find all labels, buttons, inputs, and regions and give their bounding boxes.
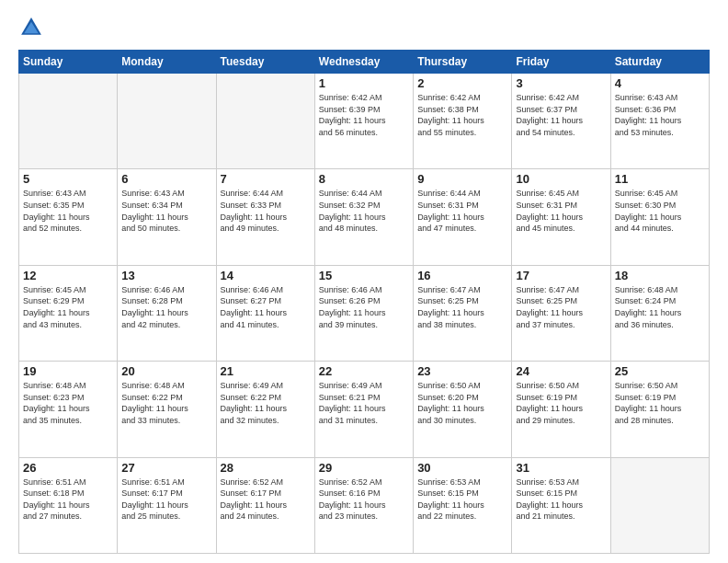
day-info: Sunrise: 6:43 AM Sunset: 6:35 PM Dayligh… — [23, 188, 113, 234]
day-info: Sunrise: 6:53 AM Sunset: 6:15 PM Dayligh… — [417, 477, 507, 523]
day-number: 10 — [516, 172, 606, 186]
day-info: Sunrise: 6:46 AM Sunset: 6:27 PM Dayligh… — [221, 284, 311, 330]
logo-icon — [18, 15, 44, 40]
day-number: 5 — [23, 172, 113, 186]
day-number: 3 — [516, 76, 606, 90]
day-number: 24 — [516, 364, 606, 378]
calendar-cell — [19, 74, 118, 169]
calendar-cell: 12Sunrise: 6:45 AM Sunset: 6:29 PM Dayli… — [19, 265, 118, 361]
day-number: 4 — [615, 76, 705, 90]
day-number: 6 — [121, 172, 211, 186]
calendar-cell: 8Sunrise: 6:44 AM Sunset: 6:32 PM Daylig… — [314, 169, 413, 265]
day-number: 11 — [615, 172, 705, 186]
calendar-cell: 25Sunrise: 6:50 AM Sunset: 6:19 PM Dayli… — [610, 362, 709, 457]
day-info: Sunrise: 6:45 AM Sunset: 6:29 PM Dayligh… — [23, 284, 113, 330]
calendar-header-wednesday: Wednesday — [314, 51, 413, 74]
day-number: 7 — [221, 172, 311, 186]
day-info: Sunrise: 6:44 AM Sunset: 6:32 PM Dayligh… — [319, 188, 409, 234]
calendar-week-2: 12Sunrise: 6:45 AM Sunset: 6:29 PM Dayli… — [19, 265, 710, 361]
day-number: 28 — [221, 461, 311, 475]
day-number: 13 — [121, 269, 211, 282]
calendar-cell: 15Sunrise: 6:46 AM Sunset: 6:26 PM Dayli… — [314, 265, 413, 361]
calendar-cell: 23Sunrise: 6:50 AM Sunset: 6:20 PM Dayli… — [414, 362, 512, 457]
day-info: Sunrise: 6:47 AM Sunset: 6:25 PM Dayligh… — [516, 284, 606, 330]
calendar-cell: 10Sunrise: 6:45 AM Sunset: 6:31 PM Dayli… — [512, 169, 610, 265]
calendar-cell: 29Sunrise: 6:52 AM Sunset: 6:16 PM Dayli… — [314, 457, 413, 553]
day-info: Sunrise: 6:52 AM Sunset: 6:17 PM Dayligh… — [221, 477, 311, 523]
calendar-cell: 9Sunrise: 6:44 AM Sunset: 6:31 PM Daylig… — [414, 169, 512, 265]
calendar-header-sunday: Sunday — [19, 51, 118, 74]
calendar-cell: 18Sunrise: 6:48 AM Sunset: 6:24 PM Dayli… — [610, 265, 709, 361]
day-number: 21 — [221, 364, 311, 378]
day-info: Sunrise: 6:50 AM Sunset: 6:19 PM Dayligh… — [615, 380, 705, 426]
calendar-cell — [610, 457, 709, 553]
day-info: Sunrise: 6:50 AM Sunset: 6:20 PM Dayligh… — [417, 380, 507, 426]
day-number: 27 — [121, 461, 211, 475]
calendar-cell: 2Sunrise: 6:42 AM Sunset: 6:38 PM Daylig… — [414, 74, 512, 169]
day-info: Sunrise: 6:51 AM Sunset: 6:18 PM Dayligh… — [23, 477, 113, 523]
calendar-cell: 7Sunrise: 6:44 AM Sunset: 6:33 PM Daylig… — [216, 169, 314, 265]
day-number: 1 — [319, 76, 409, 90]
calendar-cell: 16Sunrise: 6:47 AM Sunset: 6:25 PM Dayli… — [414, 265, 512, 361]
calendar-cell: 27Sunrise: 6:51 AM Sunset: 6:17 PM Dayli… — [118, 457, 216, 553]
day-number: 29 — [319, 461, 409, 475]
day-info: Sunrise: 6:53 AM Sunset: 6:15 PM Dayligh… — [516, 477, 606, 523]
day-number: 23 — [417, 364, 507, 378]
calendar-week-1: 5Sunrise: 6:43 AM Sunset: 6:35 PM Daylig… — [19, 169, 710, 265]
day-number: 14 — [221, 269, 311, 282]
calendar-cell: 5Sunrise: 6:43 AM Sunset: 6:35 PM Daylig… — [19, 169, 118, 265]
day-number: 9 — [417, 172, 507, 186]
day-info: Sunrise: 6:52 AM Sunset: 6:16 PM Dayligh… — [319, 477, 409, 523]
day-info: Sunrise: 6:47 AM Sunset: 6:25 PM Dayligh… — [417, 284, 507, 330]
calendar-header-friday: Friday — [512, 51, 610, 74]
day-number: 20 — [121, 364, 211, 378]
calendar-cell: 11Sunrise: 6:45 AM Sunset: 6:30 PM Dayli… — [610, 169, 709, 265]
day-info: Sunrise: 6:43 AM Sunset: 6:36 PM Dayligh… — [615, 92, 705, 138]
calendar-cell: 26Sunrise: 6:51 AM Sunset: 6:18 PM Dayli… — [19, 457, 118, 553]
calendar-cell: 30Sunrise: 6:53 AM Sunset: 6:15 PM Dayli… — [414, 457, 512, 553]
calendar-header-saturday: Saturday — [610, 51, 709, 74]
calendar-cell: 20Sunrise: 6:48 AM Sunset: 6:22 PM Dayli… — [118, 362, 216, 457]
day-info: Sunrise: 6:46 AM Sunset: 6:28 PM Dayligh… — [121, 284, 211, 330]
header — [18, 15, 710, 40]
day-info: Sunrise: 6:50 AM Sunset: 6:19 PM Dayligh… — [516, 380, 606, 426]
day-number: 17 — [516, 269, 606, 282]
page: SundayMondayTuesdayWednesdayThursdayFrid… — [0, 0, 728, 563]
calendar-cell: 28Sunrise: 6:52 AM Sunset: 6:17 PM Dayli… — [216, 457, 314, 553]
calendar-cell: 17Sunrise: 6:47 AM Sunset: 6:25 PM Dayli… — [512, 265, 610, 361]
calendar-cell: 21Sunrise: 6:49 AM Sunset: 6:22 PM Dayli… — [216, 362, 314, 457]
day-info: Sunrise: 6:42 AM Sunset: 6:38 PM Dayligh… — [417, 92, 507, 138]
calendar-header-tuesday: Tuesday — [216, 51, 314, 74]
day-number: 26 — [23, 461, 113, 475]
calendar-cell — [216, 74, 314, 169]
day-number: 31 — [516, 461, 606, 475]
calendar-cell: 31Sunrise: 6:53 AM Sunset: 6:15 PM Dayli… — [512, 457, 610, 553]
calendar-cell: 13Sunrise: 6:46 AM Sunset: 6:28 PM Dayli… — [118, 265, 216, 361]
day-info: Sunrise: 6:42 AM Sunset: 6:37 PM Dayligh… — [516, 92, 606, 138]
day-number: 19 — [23, 364, 113, 378]
calendar-cell: 1Sunrise: 6:42 AM Sunset: 6:39 PM Daylig… — [314, 74, 413, 169]
day-number: 2 — [417, 76, 507, 90]
day-number: 8 — [319, 172, 409, 186]
calendar-header-monday: Monday — [118, 51, 216, 74]
day-info: Sunrise: 6:42 AM Sunset: 6:39 PM Dayligh… — [319, 92, 409, 138]
calendar-cell: 22Sunrise: 6:49 AM Sunset: 6:21 PM Dayli… — [314, 362, 413, 457]
day-number: 25 — [615, 364, 705, 378]
calendar-cell: 24Sunrise: 6:50 AM Sunset: 6:19 PM Dayli… — [512, 362, 610, 457]
calendar-cell: 14Sunrise: 6:46 AM Sunset: 6:27 PM Dayli… — [216, 265, 314, 361]
day-info: Sunrise: 6:48 AM Sunset: 6:24 PM Dayligh… — [615, 284, 705, 330]
day-info: Sunrise: 6:43 AM Sunset: 6:34 PM Dayligh… — [121, 188, 211, 234]
calendar-week-4: 26Sunrise: 6:51 AM Sunset: 6:18 PM Dayli… — [19, 457, 710, 553]
calendar: SundayMondayTuesdayWednesdayThursdayFrid… — [18, 50, 710, 554]
calendar-cell — [118, 74, 216, 169]
day-info: Sunrise: 6:44 AM Sunset: 6:31 PM Dayligh… — [417, 188, 507, 234]
calendar-cell: 3Sunrise: 6:42 AM Sunset: 6:37 PM Daylig… — [512, 74, 610, 169]
day-info: Sunrise: 6:51 AM Sunset: 6:17 PM Dayligh… — [121, 477, 211, 523]
day-info: Sunrise: 6:49 AM Sunset: 6:22 PM Dayligh… — [221, 380, 311, 426]
calendar-cell: 4Sunrise: 6:43 AM Sunset: 6:36 PM Daylig… — [610, 74, 709, 169]
calendar-week-3: 19Sunrise: 6:48 AM Sunset: 6:23 PM Dayli… — [19, 362, 710, 457]
day-info: Sunrise: 6:45 AM Sunset: 6:30 PM Dayligh… — [615, 188, 705, 234]
day-info: Sunrise: 6:49 AM Sunset: 6:21 PM Dayligh… — [319, 380, 409, 426]
day-number: 16 — [417, 269, 507, 282]
day-number: 15 — [319, 269, 409, 282]
